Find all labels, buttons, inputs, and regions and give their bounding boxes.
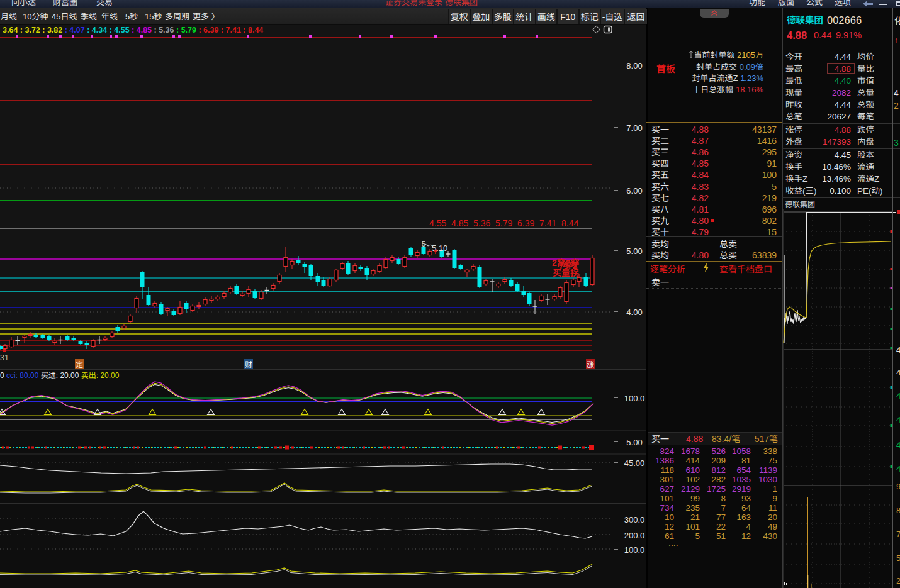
svg-text:4.55: 4.55 <box>429 216 446 229</box>
svg-text:5.36: 5.36 <box>473 216 490 229</box>
svg-text:5.79: 5.79 <box>495 216 512 229</box>
svg-text:6.39: 6.39 <box>517 216 534 229</box>
svg-text:7.41: 7.41 <box>539 216 556 229</box>
svg-text:4.85: 4.85 <box>451 216 468 229</box>
svg-text:5: 5 <box>422 238 425 248</box>
svg-text:8.44: 8.44 <box>561 216 578 229</box>
